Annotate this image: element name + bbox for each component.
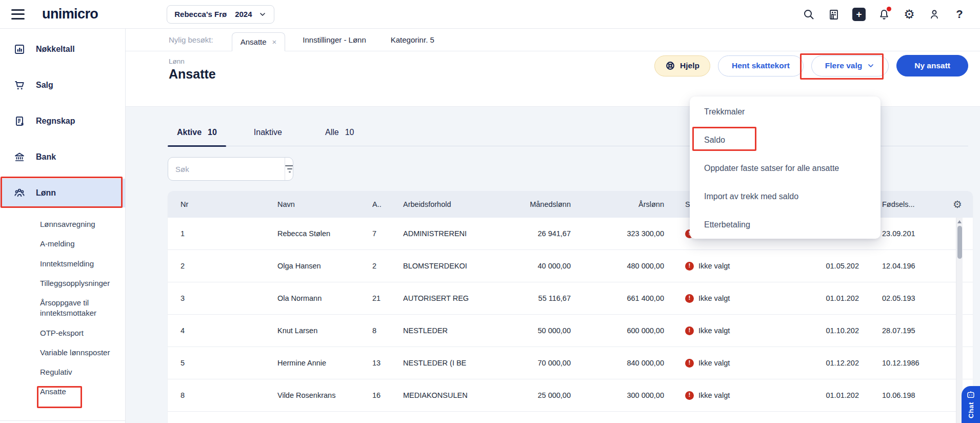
recent-link-kategorinr[interactable]: Kategorinr. 5	[391, 35, 434, 44]
warning-badge-icon: !	[685, 262, 694, 271]
document-icon	[13, 115, 26, 127]
close-icon[interactable]: ×	[272, 37, 277, 46]
filter-button[interactable]	[285, 158, 293, 180]
table-row[interactable]: 8 Vilde Rosenkrans 16 MEDIAKONSULEN 25 0…	[168, 379, 973, 412]
sidebar-item-regnskap[interactable]: Regnskap	[0, 107, 125, 136]
cell-manedslonn: 40 000,00	[485, 262, 571, 270]
warning-badge-icon: !	[685, 294, 694, 303]
create-new-icon[interactable]: +	[852, 7, 866, 22]
help-button[interactable]: Hjelp	[654, 55, 710, 76]
col-header-arbeidsforhold: Arbeidsforhold	[403, 200, 485, 208]
sidebar-item-lonn[interactable]: Lønn	[0, 179, 125, 207]
scroll-up-arrow-icon[interactable]	[957, 220, 962, 223]
sidebar-item-nokkeltall[interactable]: Nøkkeltall	[0, 35, 125, 64]
help-button-label: Hjelp	[680, 61, 699, 70]
hamburger-menu-icon[interactable]	[11, 9, 25, 20]
flere-valg-button[interactable]: Flere valg	[811, 55, 889, 76]
chevron-down-icon	[258, 10, 267, 18]
cell-ansattnr: 13	[372, 359, 403, 367]
hent-skattekort-button[interactable]: Hent skattekort	[718, 55, 804, 76]
tab-aktive[interactable]: Aktive 10	[168, 128, 226, 146]
tab-alle[interactable]: Alle 10	[316, 128, 363, 146]
cell-manedslonn: 25 000,00	[485, 391, 571, 399]
flere-valg-label: Flere valg	[825, 61, 862, 70]
cell-ansattnr: 16	[372, 391, 403, 399]
lifebuoy-icon	[665, 61, 675, 71]
sidebar-item-salg[interactable]: Salg	[0, 71, 125, 100]
sidebar-submenu-item[interactable]: Ansatte	[0, 382, 125, 401]
page-title: Ansatte	[169, 67, 216, 82]
recent-tab-label: Ansatte	[241, 37, 267, 46]
recent-tab-ansatte[interactable]: Ansatte ×	[232, 32, 286, 51]
sidebar: Nøkkeltall Salg Regnskap Bank	[0, 29, 126, 423]
company-selector[interactable]: Rebecca's Frø 2024	[167, 5, 274, 24]
chevron-down-icon	[867, 62, 875, 70]
sidebar-submenu-item[interactable]: Tilleggsopplysninger	[0, 274, 125, 293]
sidebar-submenu-item[interactable]: A-melding	[0, 234, 125, 254]
scrollbar-thumb[interactable]	[957, 226, 962, 259]
hent-skattekort-label: Hent skattekort	[732, 61, 790, 70]
shopping-cart-icon	[13, 79, 26, 91]
settings-gear-icon[interactable]: ⚙	[902, 7, 916, 22]
sidebar-submenu-item[interactable]: Regulativ	[0, 362, 125, 382]
page-eyebrow: Lønn	[169, 57, 185, 65]
table-row[interactable]: 4 Knut Larsen 8 NESTLEDER 50 000,00 600 …	[168, 315, 973, 347]
cell-startdato: 01.01.202	[774, 294, 859, 302]
company-year: 2024	[235, 10, 252, 18]
search-input[interactable]	[168, 158, 285, 180]
warning-badge-icon: !	[685, 326, 694, 335]
cell-arslonn: 300 000,00	[571, 391, 664, 399]
topbar-icons: + ⚙ ?	[802, 7, 967, 22]
sidebar-item-bank[interactable]: Bank	[0, 143, 125, 171]
sidebar-submenu-item[interactable]: Årsoppgave til inntektsmottaker	[0, 293, 125, 323]
dropdown-menu-item[interactable]: Etterbetaling	[690, 210, 881, 239]
dropdown-menu-item[interactable]: Trekkmaler	[690, 98, 881, 126]
sidebar-submenu-item[interactable]: OTP-eksport	[0, 323, 125, 343]
sidebar-submenu-item[interactable]: Lønnsavregning	[0, 215, 125, 234]
user-profile-icon[interactable]	[927, 7, 942, 22]
status-text: Ikke valgt	[698, 262, 730, 270]
sidebar-divider	[0, 420, 126, 421]
sidebar-submenu-item[interactable]: Inntektsmelding	[0, 254, 125, 274]
cell-skattekort-status: ! Ikke valgt	[664, 359, 774, 368]
cell-ansattnr: 21	[372, 294, 403, 302]
col-header-arslonn: Årslønn	[571, 200, 664, 208]
search-icon[interactable]	[802, 7, 816, 22]
cell-nr: 2	[168, 262, 277, 270]
notifications-bell-icon[interactable]	[877, 7, 891, 22]
notification-badge	[887, 7, 891, 11]
chat-widget-tab[interactable]: Chat	[962, 386, 980, 423]
tab-inaktive[interactable]: Inaktive	[245, 128, 297, 146]
cell-fodselsdato: 02.05.193	[859, 294, 942, 302]
submenu-item-label: Tilleggsopplysninger	[40, 279, 110, 287]
submenu-item-label: Ansatte	[40, 387, 66, 396]
cell-manedslonn: 50 000,00	[485, 326, 571, 335]
cell-navn: Hermine Annie	[277, 359, 372, 367]
sidebar-submenu-item[interactable]: Variable lønnsposter	[0, 343, 125, 362]
ny-ansatt-button[interactable]: Ny ansatt	[896, 55, 968, 76]
column-settings-button[interactable]: ⚙	[942, 199, 973, 209]
cell-startdato: 01.10.202	[774, 326, 859, 335]
cell-navn: Ola Normann	[277, 294, 372, 302]
brand-logo[interactable]: unimicro	[42, 6, 98, 22]
filter-icon	[285, 165, 293, 166]
menu-item-label: Saldo	[704, 136, 725, 145]
dropdown-menu-item[interactable]: Saldo	[690, 126, 881, 154]
header-actions: Hjelp Hent skattekort Flere valg Ny ansa…	[654, 55, 968, 76]
tab-label: Aktive	[177, 128, 202, 137]
recent-link-innstillinger[interactable]: Innstillinger - Lønn	[303, 35, 366, 44]
status-text: Ikke valgt	[698, 294, 730, 302]
table-row[interactable]: 2 Olga Hansen 2 BLOMSTERDEKOI 40 000,00 …	[168, 250, 973, 282]
help-question-icon[interactable]: ?	[952, 7, 967, 22]
table-row[interactable]: 3 Ola Normann 21 AUTORISERT REG 55 116,6…	[168, 282, 973, 315]
flere-valg-dropdown-menu: TrekkmalerSaldoOppdater faste satser for…	[690, 97, 881, 239]
dropdown-menu-item[interactable]: Import av trekk med saldo	[690, 182, 881, 210]
cell-ansattnr: 8	[372, 326, 403, 335]
cell-arbeidsforhold: BLOMSTERDEKOI	[403, 262, 485, 270]
company-register-icon[interactable]	[827, 7, 841, 22]
dropdown-menu-item[interactable]: Oppdater faste satser for alle ansatte	[690, 154, 881, 182]
app-window: unimicro Rebecca's Frø 2024 + ⚙ ?	[0, 0, 980, 423]
table-row[interactable]: 5 Hermine Annie 13 NESTLEDER (I BE 70 00…	[168, 347, 973, 379]
cell-navn: Vilde Rosenkrans	[277, 391, 372, 399]
sidebar-item-label: Regnskap	[36, 117, 75, 126]
